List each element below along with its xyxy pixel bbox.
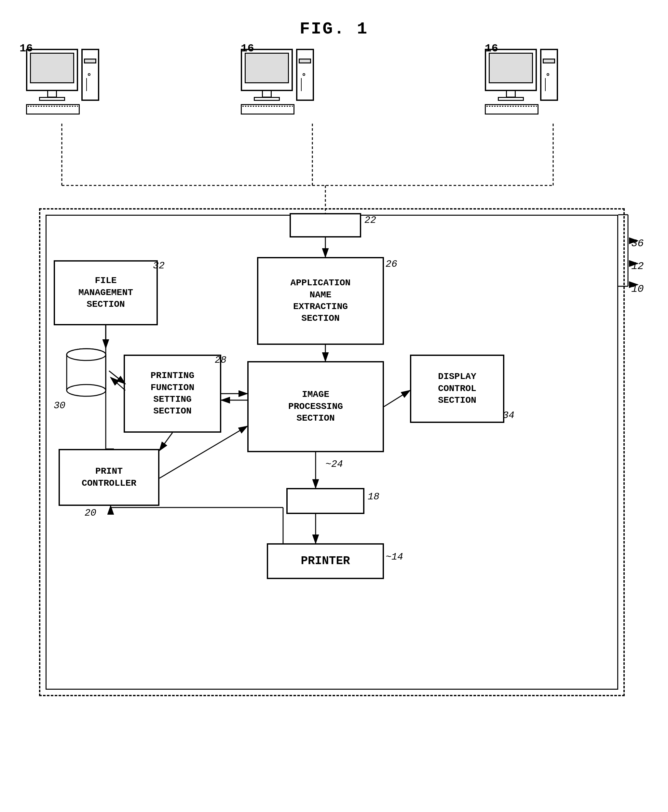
- label-16-2: 16: [241, 42, 254, 55]
- ref-36: 36: [631, 237, 644, 250]
- ref-32: 32: [153, 260, 165, 271]
- svg-point-5: [67, 349, 106, 360]
- network-interface-box: [290, 213, 361, 237]
- label-16-3: 16: [485, 42, 498, 55]
- computer-1: [26, 49, 98, 120]
- print-controller: PRINTCONTROLLER: [58, 449, 159, 506]
- database-symbol: [63, 348, 109, 400]
- file-management-section: FILEMANAGEMENTSECTION: [54, 260, 158, 325]
- ref-18: 18: [368, 491, 379, 502]
- ref-24: ~24: [326, 459, 343, 470]
- printer-box: PRINTER: [267, 543, 384, 579]
- computer-2: [241, 49, 312, 120]
- ref-12: 12: [631, 260, 644, 272]
- printer-interface-box: [286, 488, 364, 514]
- printing-function-setting-section: PRINTINGFUNCTIONSETTINGSECTION: [124, 355, 221, 433]
- application-name-extracting-section: APPLICATIONNAMEEXTRACTINGSECTION: [257, 257, 384, 345]
- computer-3: [485, 49, 556, 120]
- ref-26: 26: [386, 258, 397, 270]
- ref-28: 28: [215, 355, 227, 366]
- ref-30: 30: [54, 400, 65, 411]
- fig-title: FIG. 1: [300, 20, 368, 39]
- svg-point-4: [67, 385, 106, 396]
- image-processing-section: IMAGEPROCESSINGSECTION: [247, 361, 384, 452]
- ref-14: ~14: [386, 552, 403, 562]
- display-control-section: DISPLAYCONTROLSECTION: [410, 355, 504, 423]
- label-16-1: 16: [20, 42, 33, 55]
- ref-10: 10: [631, 283, 644, 295]
- ref-20: 20: [85, 507, 96, 519]
- ref-22: 22: [364, 215, 376, 226]
- ref-34: 34: [503, 410, 514, 421]
